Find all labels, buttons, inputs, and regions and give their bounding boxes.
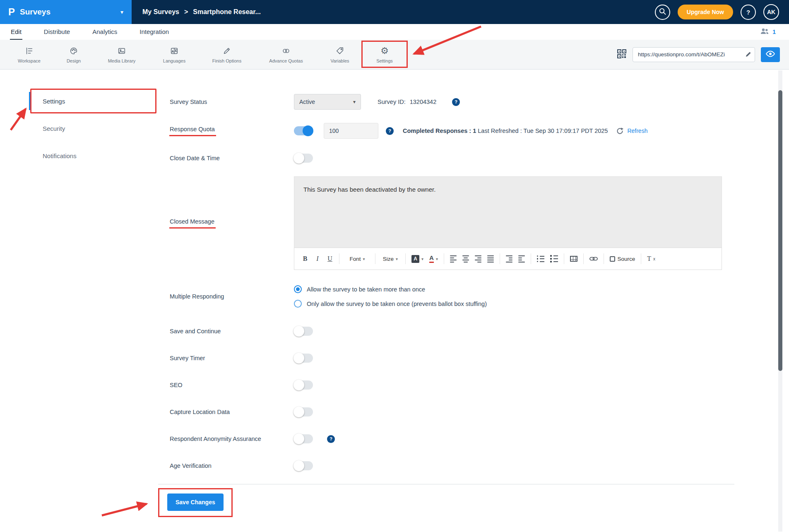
response-quota-input[interactable] bbox=[324, 123, 378, 139]
background-color-button[interactable]: A ▾ bbox=[427, 252, 440, 266]
save-changes-button[interactable]: Save Changes bbox=[167, 493, 224, 511]
closed-message-textarea[interactable]: This Survey has been deactivated by the … bbox=[294, 176, 722, 248]
app-switcher[interactable]: P Surveys ▾ bbox=[0, 0, 132, 24]
toolbar-item-finish-options[interactable]: Finish Options bbox=[202, 40, 252, 69]
toolbar-item-label: Finish Options bbox=[212, 58, 241, 63]
sidebar-item-notifications[interactable]: Notifications bbox=[29, 147, 158, 165]
vertical-scrollbar-thumb[interactable] bbox=[778, 90, 782, 371]
numbered-list-button[interactable] bbox=[548, 252, 560, 266]
respondent-anonymity-toggle[interactable] bbox=[294, 434, 313, 443]
chevron-down-icon: ▾ bbox=[363, 257, 365, 261]
closed-message-editor: This Survey has been deactivated by the … bbox=[294, 176, 722, 270]
breadcrumb-survey-name: Smartphone Resear... bbox=[193, 8, 261, 16]
help-icon[interactable]: ? bbox=[452, 98, 460, 106]
table-button[interactable] bbox=[568, 252, 580, 266]
finish-options-icon bbox=[222, 46, 231, 56]
survey-timer-toggle[interactable] bbox=[294, 354, 313, 363]
avatar[interactable]: AK bbox=[763, 4, 779, 20]
chevron-down-icon: ▾ bbox=[353, 99, 356, 105]
survey-url-input[interactable] bbox=[633, 47, 755, 62]
bulleted-list-icon bbox=[537, 255, 545, 262]
text-color-button[interactable]: A ▾ bbox=[409, 252, 426, 266]
form-row-closed-message: Closed Message This Survey has been deac… bbox=[170, 176, 734, 270]
settings-sidebar: Settings Security Notifications bbox=[29, 92, 158, 174]
sidebar-item-settings[interactable]: Settings bbox=[29, 92, 158, 110]
design-icon bbox=[69, 46, 78, 56]
align-center-icon bbox=[462, 255, 469, 262]
capture-location-toggle[interactable] bbox=[294, 407, 313, 416]
sidebar-item-security[interactable]: Security bbox=[29, 119, 158, 137]
table-icon bbox=[570, 256, 577, 262]
outdent-button[interactable] bbox=[516, 252, 527, 266]
size-select[interactable]: Size ▾ bbox=[379, 252, 402, 266]
search-icon bbox=[659, 8, 666, 16]
close-date-label: Close Date & Time bbox=[170, 155, 294, 161]
align-right-icon bbox=[475, 255, 481, 262]
response-quota-toggle[interactable] bbox=[294, 126, 313, 135]
close-date-toggle[interactable] bbox=[294, 154, 313, 163]
vertical-scrollbar-track[interactable] bbox=[778, 70, 782, 532]
radio-option-multiple-allowed[interactable]: Allow the survey to be taken more than o… bbox=[294, 285, 487, 293]
align-left-button[interactable] bbox=[447, 252, 459, 266]
collaborators-count: 1 bbox=[772, 29, 776, 35]
toolbar-item-advance-quotas[interactable]: Advance Quotas bbox=[258, 40, 314, 69]
toolbar-item-variables[interactable]: Variables bbox=[320, 40, 360, 69]
link-button[interactable] bbox=[587, 252, 600, 266]
save-and-continue-toggle[interactable] bbox=[294, 327, 313, 336]
toolbar-item-label: Media Library bbox=[108, 58, 136, 63]
link-icon bbox=[589, 255, 598, 262]
align-center-button[interactable] bbox=[460, 252, 471, 266]
refresh-link[interactable]: Refresh bbox=[627, 128, 647, 134]
bold-button[interactable]: B bbox=[299, 252, 311, 266]
survey-timer-label: Survey Timer bbox=[170, 355, 294, 361]
indent-button[interactable] bbox=[503, 252, 515, 266]
seo-toggle[interactable] bbox=[294, 380, 313, 390]
toolbar-item-workspace[interactable]: Workspace bbox=[7, 40, 51, 69]
help-icon[interactable]: ? bbox=[386, 127, 394, 135]
tab-integration[interactable]: Integration bbox=[139, 24, 170, 40]
tab-edit[interactable]: Edit bbox=[10, 24, 22, 40]
italic-button[interactable]: I bbox=[312, 252, 323, 266]
font-select[interactable]: Font ▾ bbox=[343, 252, 372, 266]
align-justify-button[interactable] bbox=[485, 252, 496, 266]
radio-selected-icon bbox=[294, 285, 302, 293]
last-refreshed-text: Last Refreshed : Tue Sep 30 17:09:17 PDT… bbox=[478, 128, 608, 134]
rich-text-toolbar: B I U Font ▾ Size ▾ A bbox=[294, 248, 722, 270]
form-row-seo: SEO bbox=[170, 377, 734, 393]
radio-option-once-only[interactable]: Only allow the survey to be taken once (… bbox=[294, 300, 487, 308]
tab-analytics[interactable]: Analytics bbox=[91, 24, 118, 40]
toolbar-item-media-library[interactable]: Media Library bbox=[96, 40, 147, 69]
survey-status-select[interactable]: Active ▾ bbox=[294, 94, 361, 110]
help-icon[interactable]: ? bbox=[327, 435, 335, 443]
tab-distribute[interactable]: Distribute bbox=[43, 24, 71, 40]
toolbar-item-languages[interactable]: Languages bbox=[153, 40, 196, 69]
toolbar-item-label: Advance Quotas bbox=[269, 58, 303, 63]
refresh-icon[interactable] bbox=[616, 127, 624, 135]
breadcrumb: My Surveys > Smartphone Resear... bbox=[132, 8, 272, 16]
qr-code-icon[interactable] bbox=[617, 49, 627, 60]
toolbar-item-design[interactable]: Design bbox=[57, 40, 91, 69]
upgrade-now-button[interactable]: Upgrade Now bbox=[678, 5, 733, 19]
breadcrumb-my-surveys[interactable]: My Surveys bbox=[142, 8, 179, 16]
form-row-survey-timer: Survey Timer bbox=[170, 350, 734, 366]
survey-status-value: Active bbox=[299, 99, 315, 105]
radio-unselected-icon bbox=[294, 300, 302, 308]
remove-format-button[interactable]: Tx bbox=[645, 252, 658, 266]
bulleted-list-button[interactable] bbox=[534, 252, 547, 266]
toolbar-item-settings[interactable]: ⚙ Settings bbox=[366, 40, 404, 69]
age-verification-toggle[interactable] bbox=[294, 461, 313, 470]
chevron-down-icon: ▾ bbox=[120, 9, 123, 15]
chevron-down-icon: ▾ bbox=[396, 257, 398, 261]
edit-url-button[interactable] bbox=[745, 51, 752, 59]
collaborators-icon[interactable] bbox=[760, 27, 769, 36]
workspace-icon bbox=[25, 46, 34, 56]
source-button[interactable]: Source bbox=[607, 252, 637, 266]
form-row-capture-location: Capture Location Data bbox=[170, 404, 734, 420]
form-row-age-verification: Age Verification bbox=[170, 457, 734, 474]
preview-survey-button[interactable] bbox=[761, 47, 780, 62]
underline-button[interactable]: U bbox=[324, 252, 336, 266]
search-button[interactable] bbox=[655, 5, 670, 20]
help-button[interactable]: ? bbox=[741, 5, 756, 20]
align-right-button[interactable] bbox=[472, 252, 484, 266]
numbered-list-icon bbox=[550, 255, 558, 262]
